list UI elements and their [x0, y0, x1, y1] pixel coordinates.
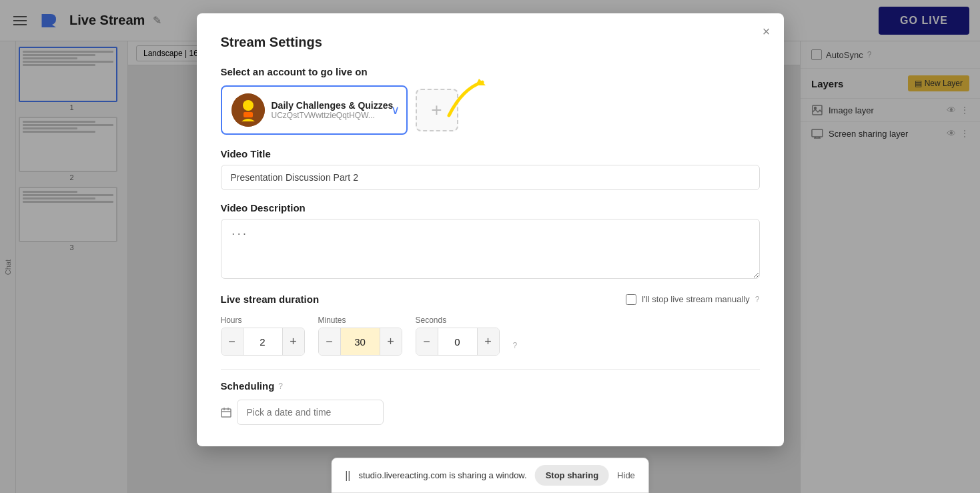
minutes-decrement-button[interactable]: −	[319, 328, 340, 355]
minutes-input-row: − +	[318, 328, 402, 356]
manual-stop-help-icon[interactable]: ?	[755, 295, 760, 304]
hours-label: Hours	[221, 316, 305, 325]
account-chevron-icon: ∨	[391, 103, 400, 117]
duration-help-icon[interactable]: ?	[513, 341, 518, 350]
manual-stop-row: I'll stop live stream manually ?	[626, 294, 760, 305]
scheduling-row: Scheduling ?	[221, 380, 760, 392]
duration-label: Live stream duration	[221, 294, 320, 305]
svg-rect-8	[221, 409, 231, 417]
seconds-input[interactable]	[438, 328, 478, 355]
video-desc-label: Video Description	[221, 202, 760, 213]
account-section-label: Select an account to go live on	[221, 66, 760, 77]
account-id: UCzQstTvWwttzieQqtHQW...	[272, 111, 394, 120]
duration-row: Live stream duration I'll stop live stre…	[221, 294, 760, 305]
account-row: Daily Challenges & Quizzes UCzQstTvWwttz…	[221, 85, 760, 135]
account-avatar	[231, 93, 265, 127]
sharing-text: studio.livereacting.com is sharing a win…	[358, 470, 526, 480]
minutes-group: Minutes − +	[318, 316, 402, 356]
seconds-group: Seconds − +	[416, 316, 500, 356]
svg-point-6	[243, 100, 254, 111]
divider	[221, 369, 760, 370]
stop-sharing-button[interactable]: Stop sharing	[535, 465, 609, 486]
pause-icon: ||	[345, 470, 350, 482]
manual-stop-label: I'll stop live stream manually	[642, 294, 750, 304]
video-desc-group: Video Description	[221, 202, 760, 282]
video-title-input[interactable]	[221, 165, 760, 190]
calendar-icon	[221, 407, 231, 418]
hours-input-row: − +	[221, 328, 305, 356]
seconds-decrement-button[interactable]: −	[416, 328, 438, 355]
sharing-bar: || studio.livereacting.com is sharing a …	[331, 458, 649, 493]
hours-increment-button[interactable]: +	[283, 328, 304, 355]
add-account-button[interactable]: +	[416, 89, 458, 131]
seconds-increment-button[interactable]: +	[478, 328, 499, 355]
stream-settings-modal: Stream Settings × Select an account to g…	[197, 13, 784, 446]
hours-input[interactable]	[243, 328, 283, 355]
account-name: Daily Challenges & Quizzes	[272, 100, 394, 111]
manual-stop-checkbox[interactable]	[626, 294, 636, 305]
time-inputs: Hours − + Minutes − + Seconds −	[221, 316, 760, 356]
account-info: Daily Challenges & Quizzes UCzQstTvWwttz…	[272, 100, 394, 120]
plus-icon: +	[431, 99, 442, 121]
account-card[interactable]: Daily Challenges & Quizzes UCzQstTvWwttz…	[221, 85, 408, 135]
scheduling-label: Scheduling	[221, 380, 275, 392]
minutes-input[interactable]	[340, 328, 380, 355]
seconds-input-row: − +	[416, 328, 500, 356]
svg-rect-7	[243, 112, 253, 117]
video-title-label: Video Title	[221, 148, 760, 159]
date-input[interactable]	[237, 400, 384, 425]
modal-overlay: Stream Settings × Select an account to g…	[0, 0, 980, 493]
scheduling-help-icon[interactable]: ?	[278, 382, 283, 391]
hide-button[interactable]: Hide	[617, 470, 635, 480]
minutes-label: Minutes	[318, 316, 402, 325]
hours-decrement-button[interactable]: −	[221, 328, 243, 355]
video-desc-textarea[interactable]	[221, 219, 760, 279]
date-picker-row	[221, 400, 760, 425]
modal-title: Stream Settings	[221, 35, 760, 50]
video-title-group: Video Title	[221, 148, 760, 190]
modal-close-button[interactable]: ×	[763, 24, 771, 39]
minutes-increment-button[interactable]: +	[380, 328, 402, 355]
seconds-label: Seconds	[416, 316, 500, 325]
hours-group: Hours − +	[221, 316, 305, 356]
